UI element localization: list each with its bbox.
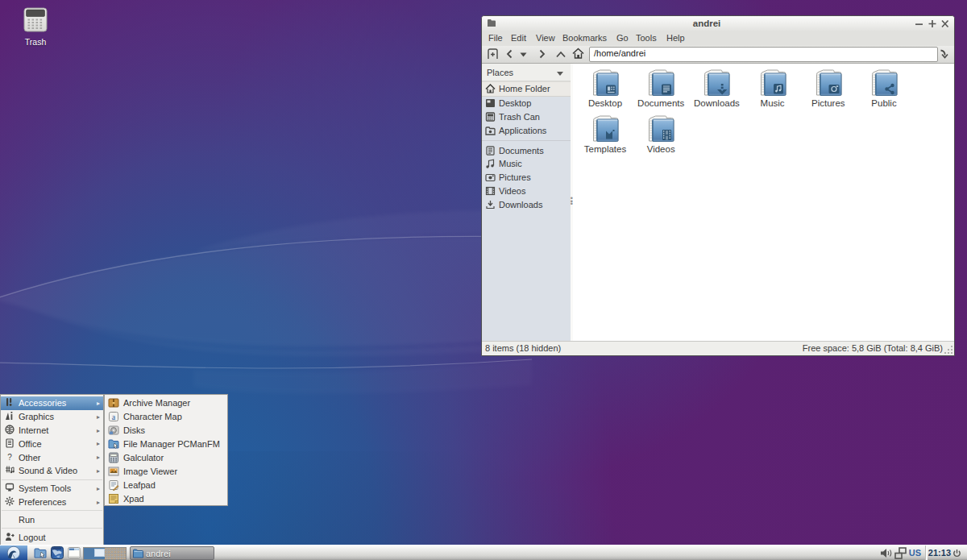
svg-text:a: a (112, 413, 116, 421)
svg-text:?: ? (7, 453, 12, 462)
